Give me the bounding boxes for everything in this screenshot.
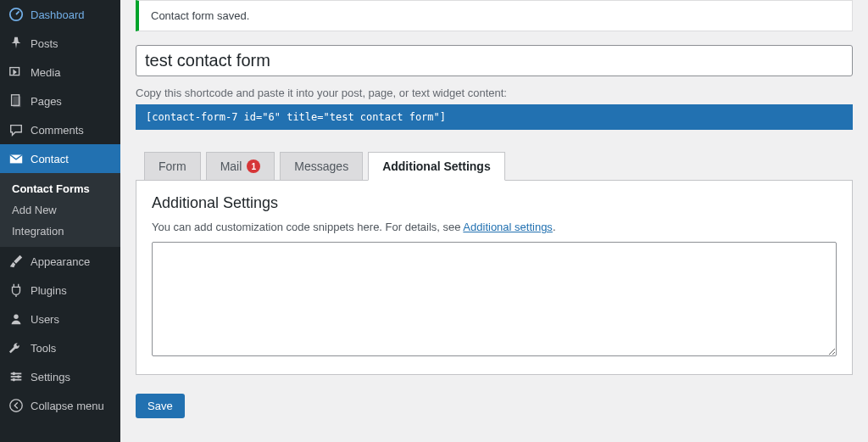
plug-icon xyxy=(8,283,24,298)
sidebar-item-pages[interactable]: Pages xyxy=(0,87,120,115)
svg-point-12 xyxy=(10,400,22,411)
settings-icon xyxy=(8,369,24,384)
sidebar-item-label: Appearance xyxy=(31,255,90,268)
shortcode-box[interactable]: [contact-form-7 id="6" title="test conta… xyxy=(136,104,853,130)
media-icon xyxy=(8,64,24,80)
user-icon xyxy=(8,311,24,327)
tab-additional-settings[interactable]: Additional Settings xyxy=(368,152,505,181)
sidebar-item-label: Tools xyxy=(31,342,56,355)
sidebar-item-plugins[interactable]: Plugins xyxy=(0,276,120,305)
mail-icon xyxy=(8,151,24,166)
sidebar-submenu: Contact Forms Add New Integration xyxy=(0,173,120,247)
save-button[interactable]: Save xyxy=(136,394,185,418)
alert-badge-icon: 1 xyxy=(247,159,260,173)
sidebar-item-media[interactable]: Media xyxy=(0,58,120,87)
tab-label: Mail xyxy=(220,159,242,173)
tab-form[interactable]: Form xyxy=(144,152,201,181)
sidebar-item-settings[interactable]: Settings xyxy=(0,362,120,391)
sidebar-item-label: Comments xyxy=(31,124,84,137)
main-content: Contact form saved. Copy this shortcode … xyxy=(120,0,868,442)
tabs-row: Form Mail 1 Messages Additional Settings xyxy=(136,152,853,181)
sidebar-item-collapse[interactable]: Collapse menu xyxy=(0,391,120,420)
sidebar-item-tools[interactable]: Tools xyxy=(0,333,120,362)
sidebar-item-appearance[interactable]: Appearance xyxy=(0,247,120,276)
additional-settings-link[interactable]: Additional settings xyxy=(463,221,553,233)
tab-label: Additional Settings xyxy=(382,159,491,173)
sidebar-item-label: Dashboard xyxy=(31,8,85,21)
svg-rect-3 xyxy=(13,97,20,108)
svg-point-5 xyxy=(14,315,18,319)
sidebar-item-label: Contact xyxy=(31,153,69,165)
svg-point-11 xyxy=(13,378,16,382)
sidebar-item-label: Pages xyxy=(31,95,62,108)
form-title-input[interactable] xyxy=(136,45,853,76)
sidebar-item-label: Collapse menu xyxy=(31,400,104,412)
collapse-icon xyxy=(8,398,24,413)
tab-messages[interactable]: Messages xyxy=(280,152,363,181)
additional-settings-panel: Additional Settings You can add customiz… xyxy=(136,180,853,375)
success-notice: Contact form saved. xyxy=(136,0,853,31)
sidebar-item-posts[interactable]: Posts xyxy=(0,29,120,58)
sidebar-item-contact[interactable]: Contact xyxy=(0,144,120,173)
submenu-item-contact-forms[interactable]: Contact Forms xyxy=(0,178,120,199)
sidebar-item-label: Settings xyxy=(31,371,70,383)
sidebar-item-label: Plugins xyxy=(31,284,67,297)
submenu-item-integration[interactable]: Integration xyxy=(0,221,120,242)
shortcode-description: Copy this shortcode and paste it into yo… xyxy=(136,87,853,99)
sidebar-item-dashboard[interactable]: Dashboard xyxy=(0,0,120,29)
sidebar-item-comments[interactable]: Comments xyxy=(0,115,120,144)
submenu-item-add-new[interactable]: Add New xyxy=(0,199,120,221)
sidebar-item-label: Users xyxy=(31,313,59,326)
tab-mail[interactable]: Mail 1 xyxy=(206,152,275,181)
brush-icon xyxy=(8,254,24,269)
svg-point-9 xyxy=(13,372,16,376)
sidebar-item-label: Posts xyxy=(31,37,58,50)
pin-icon xyxy=(8,36,24,51)
wrench-icon xyxy=(8,340,24,355)
additional-settings-textarea[interactable] xyxy=(152,242,837,356)
pages-icon xyxy=(8,93,24,109)
panel-heading: Additional Settings xyxy=(152,194,837,212)
comments-icon xyxy=(8,122,24,137)
tab-label: Messages xyxy=(294,159,348,173)
sidebar-item-label: Media xyxy=(31,66,60,79)
tab-label: Form xyxy=(159,159,186,173)
dashboard-icon xyxy=(8,7,24,22)
panel-description: You can add customization code snippets … xyxy=(152,221,837,233)
sidebar-item-users[interactable]: Users xyxy=(0,305,120,333)
notice-message: Contact form saved. xyxy=(151,9,249,22)
svg-point-10 xyxy=(17,375,20,378)
admin-sidebar: Dashboard Posts Media Pages Comments Con… xyxy=(0,0,120,442)
